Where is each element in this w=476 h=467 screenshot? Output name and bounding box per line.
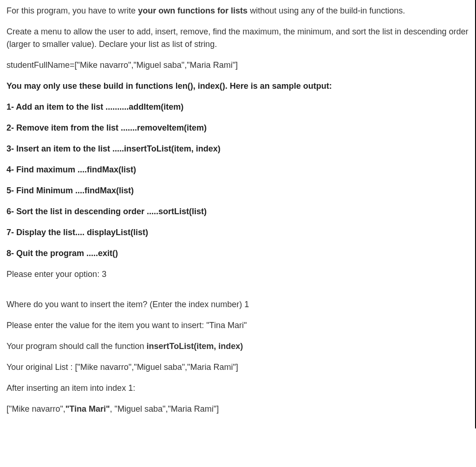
intro-line-1: For this program, you have to write your… [7, 5, 469, 17]
result-bold: "Tina Mari" [65, 404, 110, 414]
intro-line-2: Create a menu to allow the user to add, … [7, 26, 469, 51]
intro-line-3: studentFullName=["Mike navarro","Miguel … [7, 59, 469, 72]
intro-line-1-post: without using any of the build-in functi… [248, 6, 405, 15]
original-list: Your original List : ["Mike navarro","Mi… [7, 361, 469, 374]
menu-item-8: 8- Quit the program .....exit() [7, 247, 469, 260]
intro-line-1-bold: your own functions for lists [138, 6, 248, 15]
menu-item-1: 1- Add an item to the list ..........add… [7, 101, 469, 113]
intro-line-1-pre: For this program, you have to write [7, 6, 138, 15]
prompt-option: Please enter your option: 3 [7, 268, 469, 281]
menu-item-3: 3- Insert an item to the list .....inser… [7, 143, 469, 155]
call-fn: Your program should call the function in… [7, 340, 469, 353]
menu-item-4: 4- Find maximum ....findMax(list) [7, 164, 469, 176]
menu-item-7: 7- Display the list.... displayList(list… [7, 226, 469, 239]
where-insert: Where do you want to insert the item? (E… [7, 298, 469, 311]
menu-item-6: 6- Sort the list in descending order ...… [7, 205, 469, 218]
call-fn-bold: insertToList(item, index) [147, 342, 243, 351]
after-insert: After inserting an item into index 1: [7, 382, 469, 395]
menu-item-2: 2- Remove item from the list .......remo… [7, 122, 469, 134]
result-post: , "Miguel saba","Maria Rami"] [110, 404, 219, 414]
result-pre: ["Mike navarro", [7, 404, 65, 414]
menu-item-5: 5- Find Minimum ....findMax(list) [7, 184, 469, 197]
instructions-header: You may only use these build in function… [7, 80, 469, 92]
call-fn-pre: Your program should call the function [7, 342, 147, 351]
result-list: ["Mike navarro","Tina Mari", "Miguel sab… [7, 403, 469, 415]
spacer [7, 289, 469, 298]
enter-value: Please enter the value for the item you … [7, 319, 469, 332]
